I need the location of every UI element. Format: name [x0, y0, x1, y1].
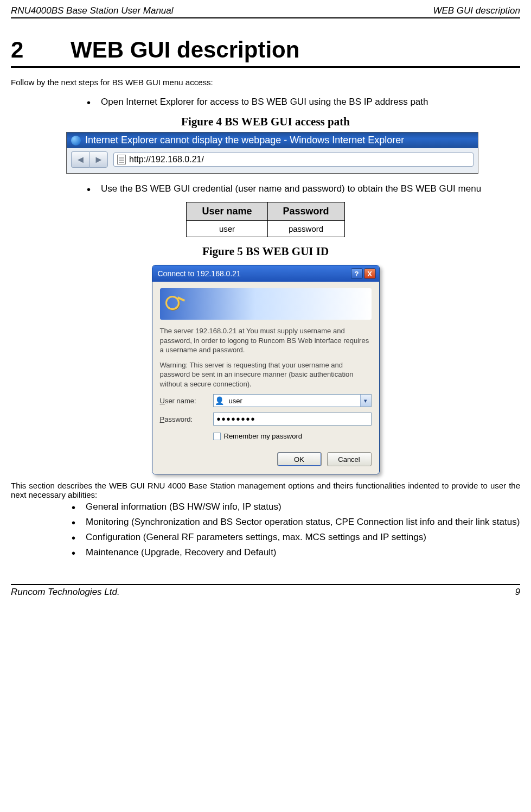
cancel-button[interactable]: Cancel	[327, 452, 372, 466]
chapter-title: WEB GUI description	[71, 37, 299, 62]
password-mask: ••••••••	[217, 413, 256, 426]
dialog-message-1: The server 192.168.0.21 at You must supp…	[160, 326, 372, 355]
auth-dialog: Connect to 192.168.0.21 ? X The server 1…	[152, 265, 380, 474]
arrow-left-icon: ◄	[76, 154, 86, 166]
username-label: User name:	[160, 397, 209, 405]
ability-maintenance: Maintenance (Upgrade, Recovery and Defau…	[72, 547, 520, 558]
ability-general-info: General information (BS HW/SW info, IP s…	[72, 502, 520, 512]
keys-icon	[165, 295, 186, 313]
browser-toolbar: ◄ ► http://192.168.0.21/	[67, 148, 478, 173]
ability-monitoring: Monitoring (Synchronization and BS Secto…	[72, 517, 520, 528]
arrow-right-icon: ►	[94, 154, 104, 166]
address-bar[interactable]: http://192.168.0.21/	[113, 153, 474, 167]
nav-buttons: ◄ ►	[71, 151, 108, 168]
intro-text: Follow by the next steps for BS WEB GUI …	[11, 78, 520, 87]
browser-titlebar: Internet Explorer cannot display the web…	[67, 132, 478, 148]
chapter-heading: 2WEB GUI description	[11, 37, 520, 68]
remember-label: Remember my password	[224, 432, 303, 440]
dropdown-icon[interactable]: ▾	[360, 395, 371, 407]
footer-page-number: 9	[515, 587, 520, 598]
ok-button[interactable]: OK	[277, 452, 322, 466]
page-header: RNU4000BS Base Station User Manual WEB G…	[11, 5, 520, 18]
figure-4-browser: Internet Explorer cannot display the web…	[66, 132, 478, 174]
remember-checkbox[interactable]	[213, 433, 221, 440]
ie-icon	[71, 136, 81, 145]
address-url: http://192.168.0.21/	[129, 155, 204, 164]
dialog-message-2: Warning: This server is requesting that …	[160, 360, 372, 389]
page-icon	[117, 155, 126, 164]
dialog-close-button[interactable]: X	[364, 268, 376, 279]
cred-header-pass: Password	[267, 202, 344, 221]
dialog-title-text: Connect to 192.168.0.21	[158, 269, 241, 278]
chapter-number: 2	[11, 37, 71, 63]
back-button[interactable]: ◄	[71, 151, 89, 168]
footer-left: Runcom Technologies Ltd.	[11, 587, 120, 598]
credentials-table: User name Password user password	[186, 202, 344, 237]
username-field[interactable]: 👤 user ▾	[213, 394, 372, 407]
close-icon: X	[367, 270, 372, 278]
user-icon: 👤	[214, 395, 226, 407]
figure-4-caption: Figure 4 BS WEB GUI access path	[11, 115, 520, 129]
dialog-banner	[160, 288, 372, 320]
password-field[interactable]: ••••••••	[213, 413, 372, 426]
ability-configuration: Configuration (General RF parameters set…	[72, 532, 520, 543]
password-label: Password:	[160, 415, 209, 423]
step-2: Use the BS WEB GUI credential (user name…	[87, 183, 520, 194]
cred-value-user: user	[187, 221, 267, 237]
username-value: user	[226, 397, 360, 405]
page-footer: Runcom Technologies Ltd. 9	[11, 584, 520, 598]
cred-value-pass: password	[267, 221, 344, 237]
help-icon: ?	[355, 270, 359, 278]
header-left: RNU4000BS Base Station User Manual	[11, 5, 174, 16]
header-right: WEB GUI description	[433, 5, 520, 16]
dialog-help-button[interactable]: ?	[351, 268, 363, 279]
section-paragraph: This section describes the WEB GUI RNU 4…	[11, 481, 520, 499]
browser-title-text: Internet Explorer cannot display the web…	[85, 135, 404, 146]
cred-header-user: User name	[187, 202, 267, 221]
dialog-titlebar: Connect to 192.168.0.21 ? X	[152, 265, 379, 282]
forward-button[interactable]: ►	[89, 151, 108, 168]
figure-5-caption: Figure 5 BS WEB GUI ID	[11, 245, 520, 258]
step-1: Open Internet Explorer for access to BS …	[87, 97, 520, 107]
